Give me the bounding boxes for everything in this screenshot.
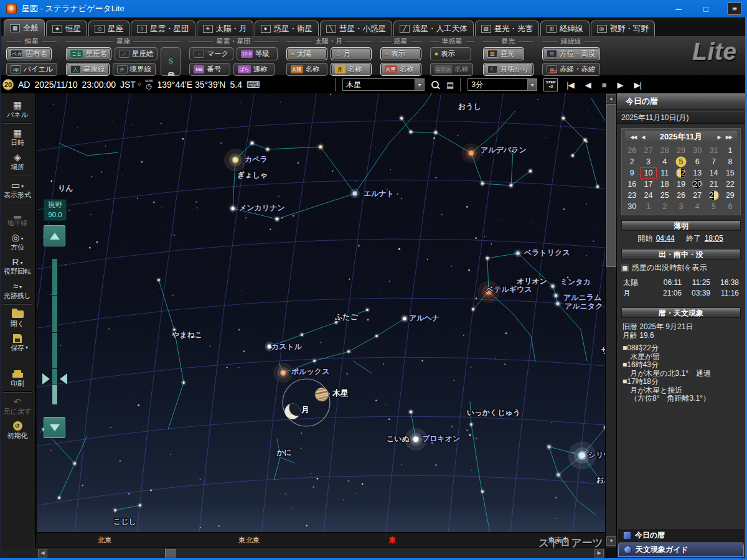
planet-riseset-checkbox[interactable] [621,264,629,272]
tab-9[interactable]: ⊞経緯線 [540,21,590,36]
date-value[interactable]: 2025/11/10 [34,80,77,90]
time-value[interactable]: 23:00:00 [82,80,116,90]
tab-6[interactable]: ╲彗星・小惑星 [320,21,392,36]
calendar-day[interactable]: 31 [705,145,721,156]
calendar-day[interactable]: 4 [657,156,673,167]
stop-button[interactable]: ■ [599,80,609,90]
calendar-day[interactable]: 23 [624,190,640,201]
map-horizontal-scrollbar[interactable]: ◀ ▶ [37,548,605,558]
magnitude-value[interactable]: 5.4 [230,80,242,90]
calendar-day[interactable]: 28 [705,190,721,201]
calendar-day[interactable]: 3 [673,201,689,212]
ribbon-button[interactable]: ●表示 [430,47,471,60]
coordinates-value[interactable]: 139°44'E 35°39'N [157,80,226,90]
ribbon-button[interactable]: ベガ固有名 [6,47,52,60]
target-combobox[interactable]: 木星 ▼ [342,78,425,91]
calendar-day[interactable]: 21 [705,179,721,190]
combo-dropdown-icon[interactable]: ▼ [415,79,424,90]
scroll-right-icon[interactable]: ▶ [594,549,604,558]
vertical-scroll-thumb[interactable] [606,104,616,267]
fov-slider-lower[interactable] [52,384,58,405]
toolbar-item[interactable]: 保存▾ [0,330,35,366]
ribbon-button[interactable]: 井境界線 [113,63,156,76]
ribbon-button[interactable]: ○マーク [189,47,233,60]
toolbar-item[interactable]: 開く [0,306,35,330]
ribbon-button[interactable]: ●表示 [380,47,421,60]
toolbar-item[interactable]: ↶元に戻す [0,394,35,418]
ribbon-button[interactable]: ⊞2000赤経・赤緯 [542,63,600,76]
star-map[interactable]: りんおうしカペラぎょしゃアルデバランエルナトメンカリナンベラトリクスオリオンベテ… [37,93,605,548]
prev-month-button[interactable]: ◀ [639,134,647,140]
panel-tab-today-calendar[interactable]: 今日の暦 [618,529,744,542]
calendar-day[interactable]: 4 [689,201,705,212]
next-month-button[interactable]: ▶ [715,134,723,140]
calendar-day[interactable]: 5 [705,201,721,212]
tab-3[interactable]: ○星雲・星団 [131,21,195,36]
horizontal-scroll-thumb[interactable] [165,549,176,558]
toolbar-item[interactable]: ≈▾光跡残し [0,278,35,302]
calendar-day[interactable]: 14 [705,167,721,179]
ribbon-button[interactable]: 火星名称 [380,63,421,76]
ribbon-button[interactable]: 10.0等級 [237,47,278,60]
skip-forward-button[interactable]: ▶| [632,80,644,90]
ribbon-button[interactable]: ☽月 [331,47,372,60]
sky-canvas[interactable]: りんおうしカペラぎょしゃアルデバランエルナトメンカリナンベラトリクスオリオンベテ… [37,93,605,532]
calendar-day[interactable]: 8 [722,156,738,167]
scroll-left-icon[interactable]: ◀ [38,549,47,558]
ribbon-button[interactable]: S目印 [161,47,181,76]
play-forward-button[interactable]: ▶ [615,80,626,90]
tab-4[interactable]: ☀太陽・月 [197,21,253,36]
ribbon-button[interactable]: ▨昼光 [483,47,524,60]
calendar-day[interactable]: 29 [673,145,689,156]
calendar-day[interactable]: 26 [624,145,640,156]
calendar-day[interactable]: 24 [640,190,656,201]
toolbar-item[interactable]: 印刷 [0,366,35,390]
now-clock-icon[interactable]: NOW◷ [145,80,153,90]
skip-back-button[interactable]: |◀ [564,80,576,90]
ribbon-button[interactable]: M8番号 [189,63,230,76]
ribbon-button[interactable]: ●太陽 [286,47,327,60]
tab-0[interactable]: ▦全般 [4,19,45,36]
calendar-day[interactable]: 6 [689,156,705,167]
calendar-day[interactable]: 13 [689,167,705,179]
calendar-day[interactable]: 16 [624,179,640,190]
timezone-label[interactable]: JST [120,80,136,90]
twilight-start-link[interactable]: 04:44 [656,234,675,243]
calendar-day[interactable]: 2 [624,156,640,167]
calendar-day[interactable]: 5 [673,156,689,167]
calendar-day[interactable]: 27 [640,145,656,156]
calendar-day[interactable]: 30 [689,145,705,156]
prev-year-button[interactable]: ◀◀ [627,134,639,140]
ribbon-button[interactable]: 月名称 [331,63,372,76]
ribbon-button[interactable]: エリス名称 [430,63,474,76]
toolbar-item[interactable]: ▦パネル [0,97,35,121]
ribbon-button[interactable]: ノ星座絵 [115,47,158,60]
toolbar-item[interactable]: ▦日時 [0,125,35,149]
map-vertical-scrollbar[interactable]: ▲ ▼ [605,93,616,548]
tab-1[interactable]: ★恒星 [46,21,87,36]
calendar-day[interactable]: 17 [640,179,656,190]
calendar-day[interactable]: 10 [640,167,656,179]
toolbar-item[interactable]: R▾視野回転 [0,254,35,278]
step-x2-icon[interactable]: STEP×2 [543,78,558,91]
scroll-down-icon[interactable]: ▼ [606,536,616,546]
toolbar-item[interactable]: ◎▾方位 [0,230,35,254]
tab-5[interactable]: ●惑星・衛星 [255,21,319,36]
moon-age-badge[interactable]: 20 [2,79,14,90]
ribbon-button[interactable]: ☾月明かり [483,63,534,76]
slider-marker-left-icon[interactable] [42,373,50,385]
ribbon-button[interactable]: ⊞方位・高度 [542,47,600,60]
calendar-day[interactable]: 22 [722,179,738,190]
twilight-end-link[interactable]: 18:05 [705,234,723,243]
scroll-up-icon[interactable]: ▲ [606,94,616,103]
calendar-day[interactable]: 1 [640,201,656,212]
calendar-day[interactable]: 1 [722,145,738,156]
calendar-day[interactable]: 29 [722,190,738,201]
list-icon[interactable]: ▤ [446,80,454,90]
keyboard-icon[interactable]: ⌨ [247,79,260,90]
calendar-day[interactable]: 15 [722,167,738,179]
toolbar-item[interactable]: ↺初期化 [0,418,35,442]
toolbar-item[interactable]: ▂地平線 [0,205,35,230]
minimize-button[interactable]: ─ [665,0,692,17]
zoom-out-button[interactable] [44,417,65,438]
